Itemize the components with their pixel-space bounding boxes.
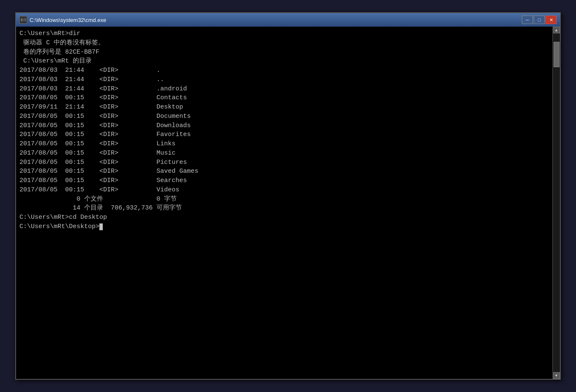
terminal-line: 2017/08/05 00:15 <DIR> Videos xyxy=(19,185,549,195)
terminal-line: 2017/08/03 21:44 <DIR> . xyxy=(19,66,549,75)
terminal-content[interactable]: C:\Users\mRt>dir 驱动器 C 中的卷没有标签。 卷的序列号是 8… xyxy=(16,27,552,379)
minimize-button[interactable]: ─ xyxy=(522,16,533,24)
terminal-body: C:\Users\mRt>dir 驱动器 C 中的卷没有标签。 卷的序列号是 8… xyxy=(16,27,560,379)
window-controls: ─ □ ✕ xyxy=(522,16,557,24)
terminal-line: 2017/08/05 00:15 <DIR> Pictures xyxy=(19,158,549,167)
terminal-line: 2017/08/05 00:15 <DIR> Searches xyxy=(19,176,549,185)
terminal-line: 2017/08/03 21:44 <DIR> .android xyxy=(19,84,549,94)
titlebar: C:\ C:\Windows\system32\cmd.exe ─ □ ✕ xyxy=(16,13,560,27)
terminal-line: 驱动器 C 中的卷没有标签。 xyxy=(19,38,549,48)
window-icon: C:\ xyxy=(19,16,27,24)
terminal-line: 2017/08/05 00:15 <DIR> Downloads xyxy=(19,121,549,131)
terminal-line: C:\Users\mRt>dir xyxy=(19,29,549,38)
terminal-line: C:\Users\mRt 的目录 xyxy=(19,57,549,66)
cmd-window: C:\ C:\Windows\system32\cmd.exe ─ □ ✕ C:… xyxy=(15,12,561,380)
terminal-line: 2017/08/05 00:15 <DIR> Links xyxy=(19,139,549,149)
scroll-thumb[interactable] xyxy=(554,42,560,67)
terminal-line: 2017/08/05 00:15 <DIR> Saved Games xyxy=(19,167,549,176)
window-title: C:\Windows\system32\cmd.exe xyxy=(30,17,106,23)
terminal-line: C:\Users\mRt\Desktop> xyxy=(19,222,549,231)
maximize-button[interactable]: □ xyxy=(534,16,545,24)
terminal-line: 2017/08/05 00:15 <DIR> Favorites xyxy=(19,130,549,139)
scroll-up-arrow[interactable]: ▲ xyxy=(553,27,560,33)
close-button[interactable]: ✕ xyxy=(546,16,557,24)
terminal-line: 2017/08/05 00:15 <DIR> Music xyxy=(19,149,549,158)
terminal-line: 14 个目录 706,932,736 可用字节 xyxy=(19,204,549,213)
scroll-down-arrow[interactable]: ▼ xyxy=(553,372,560,379)
titlebar-left: C:\ C:\Windows\system32\cmd.exe xyxy=(19,16,106,24)
scroll-track xyxy=(553,33,560,372)
terminal-line: C:\Users\mRt>cd Desktop xyxy=(19,213,549,222)
terminal-line: 2017/09/11 21:14 <DIR> Desktop xyxy=(19,103,549,112)
terminal-line: 卷的序列号是 82CE-BB7F xyxy=(19,48,549,57)
terminal-line: 2017/08/05 00:15 <DIR> Contacts xyxy=(19,93,549,103)
terminal-line: 2017/08/03 21:44 <DIR> .. xyxy=(19,75,549,84)
terminal-line: 2017/08/05 00:15 <DIR> Documents xyxy=(19,112,549,121)
scrollbar[interactable]: ▲ ▼ xyxy=(552,27,560,379)
terminal-line: 0 个文件 0 字节 xyxy=(19,195,549,204)
terminal-cursor xyxy=(99,223,103,230)
